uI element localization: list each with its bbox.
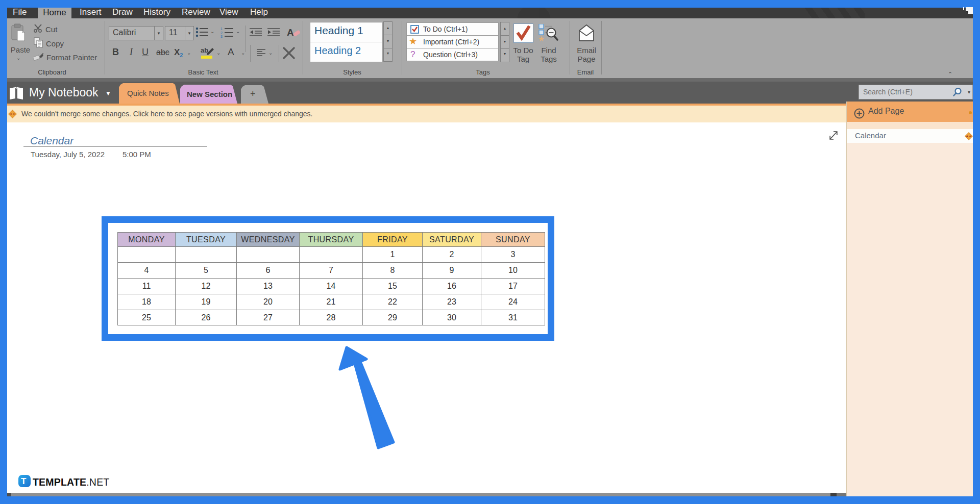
svg-text:A: A — [287, 27, 294, 38]
svg-text:3: 3 — [220, 35, 223, 38]
svg-text:★: ★ — [538, 34, 545, 43]
svg-text:2: 2 — [220, 31, 223, 35]
svg-text:1: 1 — [220, 27, 223, 31]
svg-text:ab: ab — [201, 46, 208, 54]
